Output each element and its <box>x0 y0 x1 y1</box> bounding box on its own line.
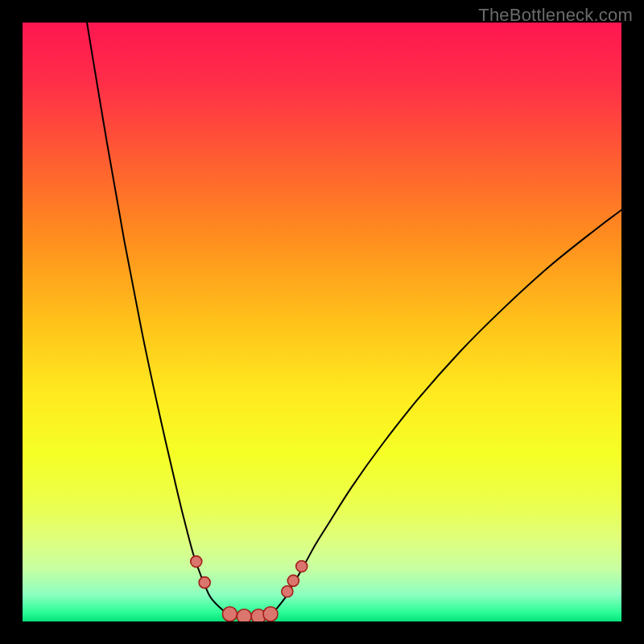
chart-frame: TheBottleneck.com <box>0 0 644 644</box>
data-marker <box>287 575 299 586</box>
data-marker <box>237 609 251 621</box>
chart-plot <box>23 23 621 621</box>
data-marker <box>222 607 237 621</box>
chart-background <box>23 23 621 621</box>
data-marker <box>296 561 308 572</box>
data-marker <box>199 577 210 588</box>
data-marker <box>282 586 293 597</box>
data-marker <box>263 607 278 621</box>
data-marker <box>191 556 202 568</box>
